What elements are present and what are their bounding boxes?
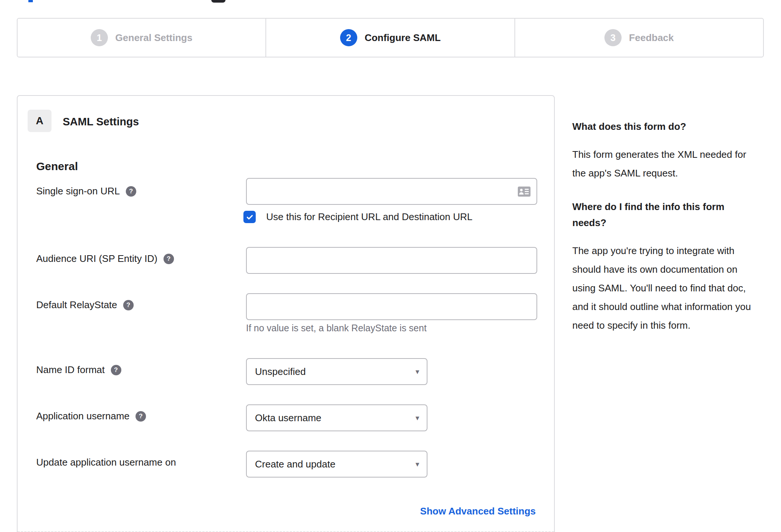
step-feedback[interactable]: 3 Feedback xyxy=(514,19,763,57)
help-body-where: The app you're trying to integrate with … xyxy=(572,241,752,335)
step-number-badge: 2 xyxy=(340,29,357,46)
audience-uri-input[interactable] xyxy=(246,247,537,274)
wizard-stepper: 1 General Settings 2 Configure SAML 3 Fe… xyxy=(17,18,764,57)
name-id-format-select[interactable]: Unspecified ▾ xyxy=(246,358,427,385)
default-relaystate-input[interactable] xyxy=(246,293,537,320)
help-panel: What does this form do? This form genera… xyxy=(572,119,752,351)
name-id-format-label-text: Name ID format xyxy=(36,364,105,376)
section-title: SAML Settings xyxy=(63,115,139,128)
update-app-username-label: Update application username on xyxy=(36,457,176,468)
audience-uri-label-text: Audience URI (SP Entity ID) xyxy=(36,253,158,265)
update-app-username-select[interactable]: Create and update ▾ xyxy=(246,451,427,478)
chevron-down-icon: ▾ xyxy=(416,460,419,469)
help-body-what: This form generates the XML needed for t… xyxy=(572,145,752,182)
sso-url-label-text: Single sign-on URL xyxy=(36,185,120,197)
select-value: Unspecified xyxy=(247,366,306,378)
help-icon[interactable]: ? xyxy=(123,300,134,310)
default-relaystate-label: Default RelayState ? xyxy=(36,299,134,311)
cut-off-element-blue xyxy=(28,0,33,2)
help-heading-where: Where do I find the info this form needs… xyxy=(572,199,752,231)
show-advanced-settings-link[interactable]: Show Advanced Settings xyxy=(420,506,536,517)
audience-uri-label: Audience URI (SP Entity ID) ? xyxy=(36,253,174,265)
step-label: General Settings xyxy=(115,32,193,44)
step-number-badge: 1 xyxy=(91,29,108,46)
application-username-label-text: Application username xyxy=(36,410,130,422)
section-a-badge: A xyxy=(28,110,52,132)
sso-url-label: Single sign-on URL ? xyxy=(36,185,136,197)
relaystate-helper-text: If no value is set, a blank RelayState i… xyxy=(246,323,427,334)
sso-url-input[interactable] xyxy=(246,178,537,205)
name-id-format-label: Name ID format ? xyxy=(36,364,121,376)
application-username-select[interactable]: Okta username ▾ xyxy=(246,404,427,431)
saml-settings-panel: A SAML Settings General Single sign-on U… xyxy=(17,95,555,532)
checkbox-checked-icon[interactable] xyxy=(243,211,256,223)
step-general-settings[interactable]: 1 General Settings xyxy=(18,19,265,57)
cut-off-element-dark xyxy=(211,0,225,3)
chevron-down-icon: ▾ xyxy=(416,413,419,422)
application-username-label: Application username ? xyxy=(36,410,146,422)
general-heading: General xyxy=(36,160,78,173)
help-icon[interactable]: ? xyxy=(136,411,146,422)
help-icon[interactable]: ? xyxy=(111,365,121,375)
checkbox-label: Use this for Recipient URL and Destinati… xyxy=(266,211,473,223)
help-icon[interactable]: ? xyxy=(164,254,174,264)
select-value: Create and update xyxy=(247,459,335,470)
update-app-username-label-text: Update application username on xyxy=(36,457,176,468)
sso-recipient-checkbox-row: Use this for Recipient URL and Destinati… xyxy=(243,211,473,223)
default-relaystate-label-text: Default RelayState xyxy=(36,299,117,311)
step-label: Configure SAML xyxy=(365,32,441,44)
select-value: Okta username xyxy=(247,412,321,424)
step-configure-saml[interactable]: 2 Configure SAML xyxy=(265,19,514,57)
chevron-down-icon: ▾ xyxy=(416,367,419,376)
step-label: Feedback xyxy=(629,32,674,44)
step-number-badge: 3 xyxy=(604,29,622,46)
help-icon[interactable]: ? xyxy=(126,186,136,197)
help-heading-what: What does this form do? xyxy=(572,119,752,135)
